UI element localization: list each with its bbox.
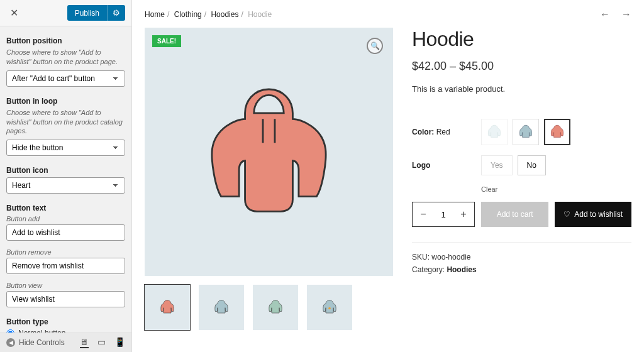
product-gallery: SALE! 🔍 (145, 28, 393, 330)
color-label: Color: Red (412, 128, 481, 136)
zoom-icon[interactable]: 🔍 (367, 38, 383, 54)
clear-variations-link[interactable]: Clear (481, 185, 631, 193)
section-button-position-title: Button position (6, 36, 125, 45)
quantity-stepper[interactable]: − + (412, 202, 475, 227)
section-button-position-desc: Choose where to show "Add to wishlist" b… (6, 48, 125, 67)
gear-icon[interactable]: ⚙ (107, 5, 125, 21)
button-view-input[interactable] (6, 291, 125, 307)
label-button-remove: Button remove (6, 248, 125, 256)
hide-controls-button[interactable]: ◀ Hide Controls (6, 338, 65, 347)
thumbnail-3[interactable] (253, 285, 298, 330)
breadcrumb: Home/ Clothing/ Hoodies/ Hoodie (145, 10, 272, 19)
button-position-select[interactable]: After "Add to cart" button (6, 70, 125, 87)
breadcrumb-home[interactable]: Home (145, 10, 165, 19)
section-button-loop-desc: Choose where to show "Add to wishlist" b… (6, 108, 125, 136)
collapse-icon: ◀ (6, 338, 15, 347)
color-swatch-blue[interactable] (481, 119, 508, 145)
color-swatch-red[interactable] (544, 119, 570, 145)
sidebar-footer: ◀ Hide Controls 🖥 ▭ 📱 (0, 333, 131, 352)
main-product-image[interactable]: SALE! 🔍 (145, 28, 393, 276)
sale-badge: SALE! (152, 35, 181, 47)
thumbnail-1[interactable] (145, 285, 190, 330)
label-button-add: Button add (6, 215, 125, 223)
divider (412, 242, 631, 243)
breadcrumb-hoodies[interactable]: Hoodies (211, 10, 238, 19)
add-to-wishlist-button[interactable]: ♡ Add to wishlist (555, 202, 631, 227)
button-add-input[interactable] (6, 224, 125, 241)
label-button-view: Button view (6, 282, 125, 289)
prev-product-icon[interactable]: ← (600, 9, 610, 20)
close-icon[interactable]: ✕ (6, 6, 21, 21)
button-icon-select[interactable]: Heart (6, 177, 125, 194)
heart-icon: ♡ (564, 210, 570, 219)
sku-row: SKU: woo-hoodie (412, 253, 631, 261)
section-button-type-title: Button type (6, 317, 125, 326)
hoodie-illustration (194, 77, 343, 226)
button-loop-select[interactable]: Hide the button (6, 140, 125, 156)
category-row: Category: Hoodies (412, 265, 631, 274)
qty-minus-button[interactable]: − (413, 202, 434, 226)
tablet-icon[interactable]: ▭ (97, 337, 106, 348)
breadcrumb-clothing[interactable]: Clothing (174, 10, 202, 19)
section-button-text-title: Button text (6, 204, 125, 212)
desktop-icon[interactable]: 🖥 (80, 337, 89, 348)
next-product-icon[interactable]: → (621, 9, 631, 20)
logo-option-yes[interactable]: Yes (481, 155, 513, 175)
mobile-icon[interactable]: 📱 (114, 337, 125, 348)
thumbnail-4[interactable] (307, 285, 352, 330)
section-button-icon-title: Button icon (6, 166, 125, 175)
product-title: Hoodie (412, 28, 631, 51)
qty-input[interactable] (434, 202, 453, 226)
category-link[interactable]: Hoodies (447, 265, 476, 274)
logo-label: Logo (412, 161, 481, 170)
sidebar-header: ✕ Publish ⚙ (0, 0, 131, 26)
section-button-loop-title: Button in loop (6, 97, 125, 106)
button-remove-input[interactable] (6, 258, 125, 274)
preview-pane: Home/ Clothing/ Hoodies/ Hoodie ← → SALE… (132, 0, 644, 352)
add-to-cart-button[interactable]: Add to cart (481, 202, 548, 227)
product-price: $42.00 – $45.00 (412, 60, 631, 73)
publish-button[interactable]: Publish (67, 5, 107, 21)
breadcrumb-current: Hoodie (248, 10, 272, 19)
color-swatch-green[interactable] (513, 119, 539, 145)
product-description: This is a variable product. (412, 84, 631, 94)
customizer-sidebar: ✕ Publish ⚙ Button position Choose where… (0, 0, 132, 352)
qty-plus-button[interactable]: + (453, 202, 474, 226)
product-details: Hoodie $42.00 – $45.00 This is a variabl… (412, 28, 631, 330)
svg-point-0 (328, 307, 331, 310)
thumbnail-2[interactable] (199, 285, 244, 330)
logo-option-no[interactable]: No (518, 155, 546, 175)
